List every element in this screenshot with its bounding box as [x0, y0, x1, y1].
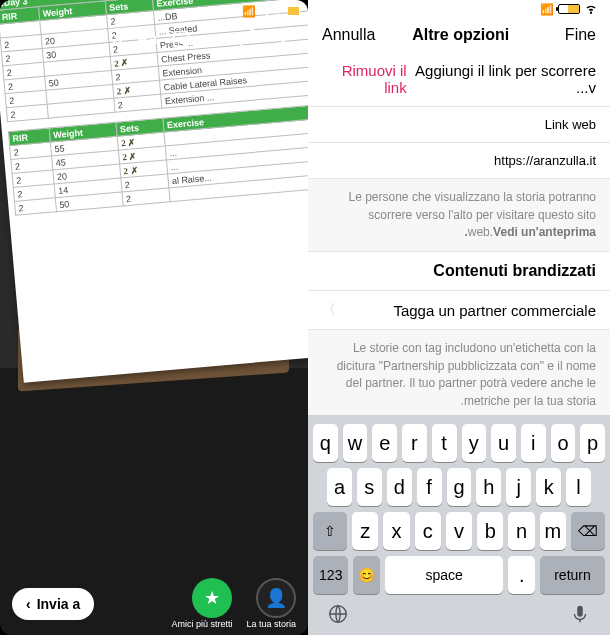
cell-icon: 📶 [540, 3, 554, 16]
brand-help: Le storie con tag includono un'etichetta… [308, 330, 610, 415]
key-h[interactable]: h [476, 468, 501, 506]
key-q[interactable]: q [313, 424, 338, 462]
done-button[interactable]: Fine [546, 26, 596, 44]
kbd-row-3: ⇧ z x c v b n m ⌫ [311, 509, 607, 553]
key-l[interactable]: l [566, 468, 591, 506]
more-options-panel: 📶 Annulla Altre opzioni Fine Aggiungi il… [308, 0, 610, 635]
svg-rect-1 [577, 606, 583, 617]
story-toolbar: Aa × [0, 26, 308, 52]
battery-icon [278, 6, 300, 16]
key-dot[interactable]: . [508, 556, 535, 594]
tag-partner-row[interactable]: Tagga un partner commerciale 〉 [308, 291, 610, 330]
draw-icon[interactable] [204, 28, 226, 50]
key-p[interactable]: p [580, 424, 605, 462]
status-bar-dark: 📶 [0, 0, 308, 22]
key-m[interactable]: m [540, 512, 566, 550]
key-return[interactable]: return [540, 556, 605, 594]
page-title: Altre opzioni [412, 26, 509, 44]
key-w[interactable]: w [343, 424, 368, 462]
key-emoji[interactable]: 😊 [353, 556, 380, 594]
wifi-icon [260, 3, 274, 19]
key-b[interactable]: b [477, 512, 503, 550]
share-bar: 👤 La tua storia ★ Amici più stretti Invi… [0, 578, 308, 629]
key-c[interactable]: c [415, 512, 441, 550]
battery-icon [558, 4, 580, 14]
key-n[interactable]: n [508, 512, 534, 550]
key-i[interactable]: i [521, 424, 546, 462]
key-t[interactable]: t [432, 424, 457, 462]
globe-icon[interactable] [327, 603, 349, 629]
nav-bar: Annulla Altre opzioni Fine [308, 18, 610, 52]
branded-section-header: Contenuti brandizzati [308, 251, 610, 291]
workout-sheet: Day 3: ExerciseSetsWeightRIR DB...2 Seat… [0, 0, 308, 376]
link-url-input[interactable]: https://aranzulla.it [308, 143, 610, 179]
story-editor: Day 3: ExerciseSetsWeightRIR DB...2 Seat… [0, 0, 308, 635]
key-a[interactable]: a [327, 468, 352, 506]
ios-keyboard[interactable]: q w e r t y u i o p a s d f g h j k l ⇧ … [308, 415, 610, 635]
key-z[interactable]: z [352, 512, 378, 550]
key-f[interactable]: f [417, 468, 442, 506]
story-photo[interactable]: Day 3: ExerciseSetsWeightRIR DB...2 Seat… [0, 0, 308, 635]
swipe-link-row: Aggiungi il link per scorrere v... Rimuo… [308, 52, 610, 107]
key-g[interactable]: g [447, 468, 472, 506]
key-space[interactable]: space [385, 556, 503, 594]
text-tool[interactable]: Aa [136, 28, 158, 50]
link-field-label: Link web [308, 107, 610, 143]
cancel-button[interactable]: Annulla [322, 26, 375, 44]
status-bar: 📶 [308, 0, 610, 18]
key-x[interactable]: x [383, 512, 409, 550]
sticker-icon[interactable] [170, 28, 192, 50]
key-backspace[interactable]: ⌫ [571, 512, 605, 550]
key-d[interactable]: d [387, 468, 412, 506]
key-k[interactable]: k [536, 468, 561, 506]
link-help: Le persone che visualizzano la storia po… [308, 179, 610, 251]
kbd-row-2: a s d f g h j k l [311, 465, 607, 509]
save-icon[interactable] [272, 28, 294, 50]
your-story-button[interactable]: 👤 La tua storia [246, 578, 296, 629]
key-y[interactable]: y [462, 424, 487, 462]
svg-point-4 [182, 37, 184, 39]
send-to-button[interactable]: Invia a › [12, 588, 94, 620]
avatar: 👤 [256, 578, 296, 618]
star-icon: ★ [192, 578, 232, 618]
mic-icon[interactable] [569, 603, 591, 629]
cell-icon: 📶 [242, 5, 256, 18]
chevron-right-icon: 〉 [322, 301, 336, 319]
key-r[interactable]: r [402, 424, 427, 462]
key-o[interactable]: o [551, 424, 576, 462]
key-u[interactable]: u [491, 424, 516, 462]
kbd-row-1: q w e r t y u i o p [311, 421, 607, 465]
key-j[interactable]: j [506, 468, 531, 506]
key-s[interactable]: s [357, 468, 382, 506]
svg-point-3 [178, 37, 180, 39]
chevron-right-icon: › [26, 596, 31, 612]
remove-link-button[interactable]: Rimuovi il link [322, 62, 407, 96]
close-friends-button[interactable]: ★ Amici più stretti [171, 578, 232, 629]
kbd-row-4: 123 😊 space . return [311, 553, 607, 597]
close-icon[interactable]: × [111, 26, 124, 52]
link-icon[interactable] [238, 28, 260, 50]
swipe-link-title: Aggiungi il link per scorrere v... [407, 62, 596, 96]
key-shift[interactable]: ⇧ [313, 512, 347, 550]
key-v[interactable]: v [446, 512, 472, 550]
key-e[interactable]: e [372, 424, 397, 462]
wifi-icon [584, 1, 598, 17]
svg-rect-2 [174, 32, 189, 47]
key-numbers[interactable]: 123 [313, 556, 348, 594]
